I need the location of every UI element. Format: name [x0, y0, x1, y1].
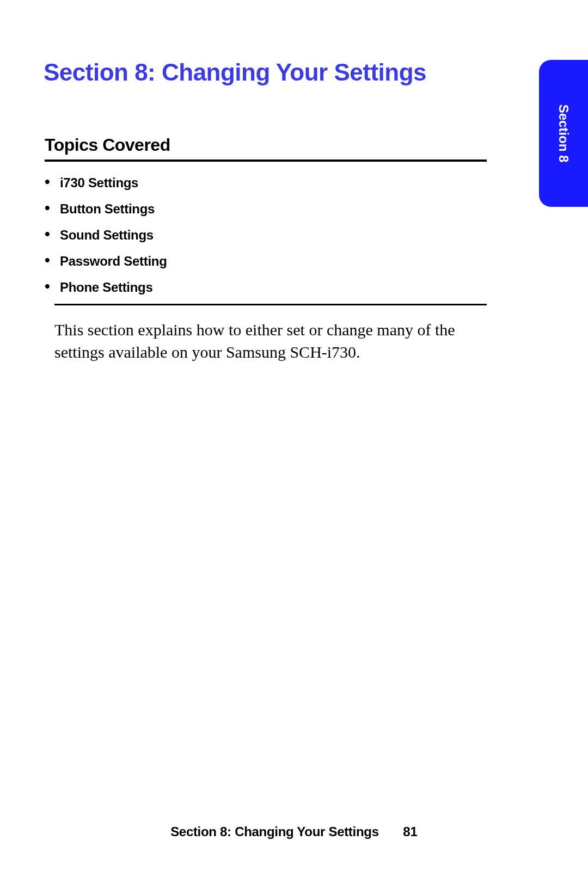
- page-title: Section 8: Changing Your Settings: [44, 59, 426, 86]
- section-tab: Section 8: [539, 60, 588, 207]
- list-item: i730 Settings: [45, 175, 167, 191]
- footer-page-number: 81: [403, 824, 418, 839]
- section-tab-label: Section 8: [556, 105, 571, 163]
- list-item: Password Setting: [45, 254, 167, 269]
- page-footer: Section 8: Changing Your Settings 81: [0, 824, 588, 839]
- list-item: Button Settings: [45, 201, 167, 217]
- body-divider: [54, 304, 487, 305]
- body-paragraph: This section explains how to either set …: [54, 319, 487, 363]
- topics-divider: [45, 160, 487, 162]
- topics-list: i730 Settings Button Settings Sound Sett…: [45, 175, 167, 306]
- footer-label: Section 8: Changing Your Settings: [170, 824, 379, 839]
- topics-heading: Topics Covered: [45, 135, 170, 155]
- list-item: Phone Settings: [45, 280, 167, 295]
- list-item: Sound Settings: [45, 228, 167, 243]
